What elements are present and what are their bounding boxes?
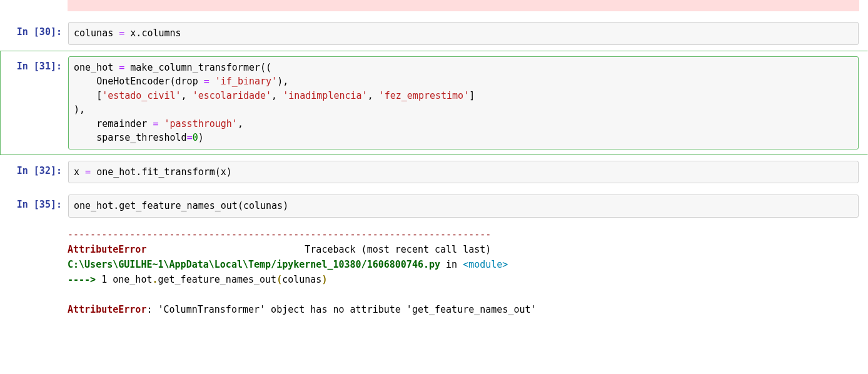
code-cell[interactable]: In [35]: one_hot.get_feature_names_out(c… <box>0 189 868 223</box>
code-token: ), <box>277 76 288 87</box>
code-token: = <box>187 132 193 143</box>
traceback-path: C:\Users\GUILHE~1\AppData\Local\Temp/ipy… <box>68 259 440 270</box>
code-token: 'passthrough' <box>164 118 238 129</box>
code-box[interactable]: colunas = x.columns <box>68 22 859 45</box>
input-area[interactable]: one_hot = make_column_transformer(( OneH… <box>68 56 859 149</box>
code-token: (( <box>260 62 271 73</box>
code-token: x <box>130 28 136 39</box>
traceback-code: . <box>152 274 158 285</box>
input-prompt: In [32]: <box>1 161 68 184</box>
code-cell-selected[interactable]: In [31]: one_hot = make_column_transform… <box>0 51 868 155</box>
traceback-output: ----------------------------------------… <box>68 226 859 318</box>
code-token: make_column_transformer <box>130 62 260 73</box>
code-token: 'if_binary' <box>215 76 277 87</box>
code-token: 'inadimplencia' <box>283 90 367 101</box>
code-token: fit_transform <box>141 166 214 178</box>
code-cell[interactable]: In [30]: colunas = x.columns <box>0 16 868 51</box>
code-token: = <box>147 118 164 129</box>
traceback-module: <module> <box>463 259 508 270</box>
code-token: ( <box>170 76 176 87</box>
input-area[interactable]: colunas = x.columns <box>68 22 859 45</box>
code-token: = <box>79 166 96 178</box>
code-token <box>74 118 96 129</box>
code-token: colunas <box>243 200 283 211</box>
code-token: = <box>198 76 215 87</box>
input-prompt: In [31]: <box>1 56 68 149</box>
input-area[interactable]: x = one_hot.fit_transform(x) <box>68 161 859 184</box>
code-token: columns <box>141 28 181 39</box>
traceback-final-error-name: AttributeError <box>68 304 146 315</box>
code-token: , <box>271 90 283 101</box>
traceback-separator: ----------------------------------------… <box>68 229 491 240</box>
code-token: , <box>368 90 379 101</box>
code-token: ( <box>238 200 243 211</box>
output-cell: ----------------------------------------… <box>0 223 868 318</box>
code-token: x <box>74 166 79 178</box>
code-token: , <box>181 90 193 101</box>
code-token: ] <box>469 90 475 101</box>
code-box[interactable]: one_hot = make_column_transformer(( OneH… <box>68 56 859 149</box>
code-token: ), <box>74 104 85 115</box>
traceback-error-name: AttributeError <box>68 244 146 255</box>
code-token: . <box>113 200 119 211</box>
code-token: one_hot <box>96 166 136 178</box>
code-token: get_feature_names_out <box>119 200 238 211</box>
code-token: 'fez_emprestimo' <box>379 90 470 101</box>
code-token: ( <box>215 166 221 178</box>
code-cell[interactable]: In [32]: x = one_hot.fit_transform(x) <box>0 155 868 190</box>
code-token <box>74 132 96 143</box>
code-token: sparse_threshold <box>96 132 187 143</box>
code-token: 'escolaridade' <box>193 90 271 101</box>
input-prompt: In [30]: <box>1 22 68 45</box>
code-token: OneHotEncoder <box>96 76 169 87</box>
code-token: 'estado_civil' <box>102 90 181 101</box>
error-banner <box>68 0 859 11</box>
code-token: drop <box>176 76 198 87</box>
input-prompt: In [35]: <box>1 195 68 218</box>
code-token: ) <box>198 132 204 143</box>
code-token: = <box>113 62 130 73</box>
notebook: In [30]: colunas = x.columns In [31]: on… <box>0 0 868 318</box>
traceback-in: in <box>440 259 463 270</box>
traceback-code: one_hot <box>113 274 152 285</box>
code-token: one_hot <box>74 62 113 73</box>
traceback-arrow: ----> <box>68 274 101 285</box>
code-box[interactable]: x = one_hot.fit_transform(x) <box>68 161 859 184</box>
code-token: = <box>113 28 130 39</box>
code-token <box>74 90 96 101</box>
traceback-code: get_feature_names_out <box>158 274 277 285</box>
code-token: [ <box>96 90 102 101</box>
code-token: one_hot <box>74 200 113 211</box>
code-token: ) <box>283 200 288 211</box>
traceback-code: colunas <box>282 274 321 285</box>
traceback-linenum: 1 <box>101 274 113 285</box>
output-prompt <box>0 226 68 318</box>
code-token: remainder <box>96 118 147 129</box>
code-token: colunas <box>74 28 113 39</box>
traceback-label: Traceback (most recent call last) <box>146 244 491 255</box>
code-token: 0 <box>193 132 198 143</box>
code-token: x <box>221 166 226 178</box>
traceback-code: ( <box>276 274 282 285</box>
code-token: , <box>238 118 243 129</box>
code-token <box>74 76 96 87</box>
traceback-error-message: : 'ColumnTransformer' object has no attr… <box>146 304 536 315</box>
traceback-code: ) <box>321 274 327 285</box>
code-token: ) <box>226 166 232 178</box>
input-area[interactable]: one_hot.get_feature_names_out(colunas) <box>68 195 859 218</box>
code-box[interactable]: one_hot.get_feature_names_out(colunas) <box>68 195 859 218</box>
